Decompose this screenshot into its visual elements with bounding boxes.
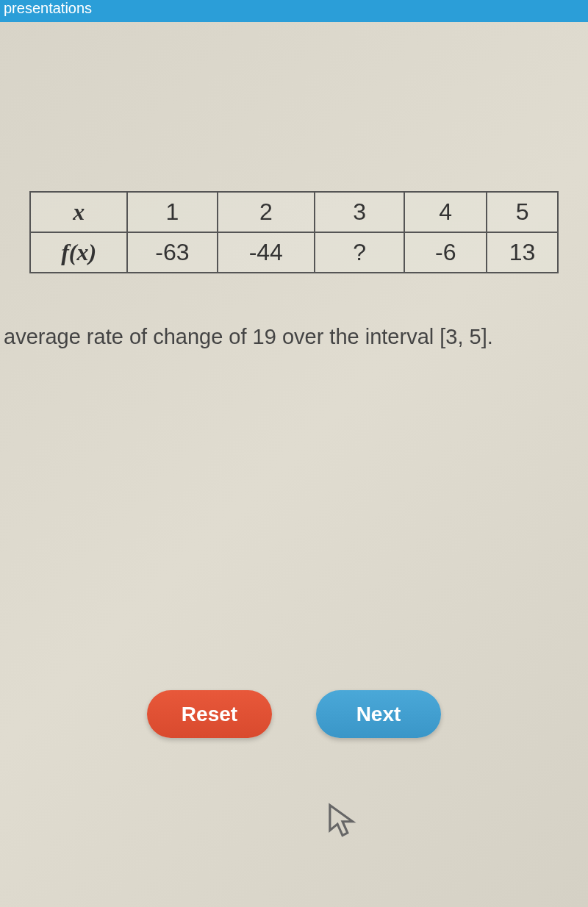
x-label-cell: x	[30, 192, 127, 232]
data-table: x 1 2 3 4 5 f(x) -63 -44 ? -6 13	[29, 191, 559, 273]
fx-value-cell: ?	[315, 232, 404, 273]
fx-value-cell: -63	[127, 232, 217, 273]
header-title-fragment: presentations	[4, 0, 92, 17]
x-value-cell: 5	[487, 192, 558, 232]
fx-label-cell: f(x)	[30, 232, 127, 273]
content-area: x 1 2 3 4 5 f(x) -63 -44 ? -6 13 average…	[0, 22, 588, 349]
fx-value-cell: -44	[218, 232, 315, 273]
button-row: Reset Next	[0, 690, 588, 738]
x-value-cell: 4	[404, 192, 487, 232]
x-value-cell: 1	[127, 192, 217, 232]
question-text: average rate of change of 19 over the in…	[4, 325, 588, 349]
table-row: x 1 2 3 4 5	[30, 192, 558, 232]
cursor-icon	[327, 803, 358, 841]
data-table-container: x 1 2 3 4 5 f(x) -63 -44 ? -6 13	[29, 191, 559, 273]
x-value-cell: 2	[218, 192, 315, 232]
header-bar: presentations	[0, 0, 588, 22]
table-row: f(x) -63 -44 ? -6 13	[30, 232, 558, 273]
reset-button[interactable]: Reset	[147, 690, 272, 738]
next-button[interactable]: Next	[316, 690, 441, 738]
fx-value-cell: 13	[487, 232, 558, 273]
fx-value-cell: -6	[404, 232, 487, 273]
x-value-cell: 3	[315, 192, 404, 232]
